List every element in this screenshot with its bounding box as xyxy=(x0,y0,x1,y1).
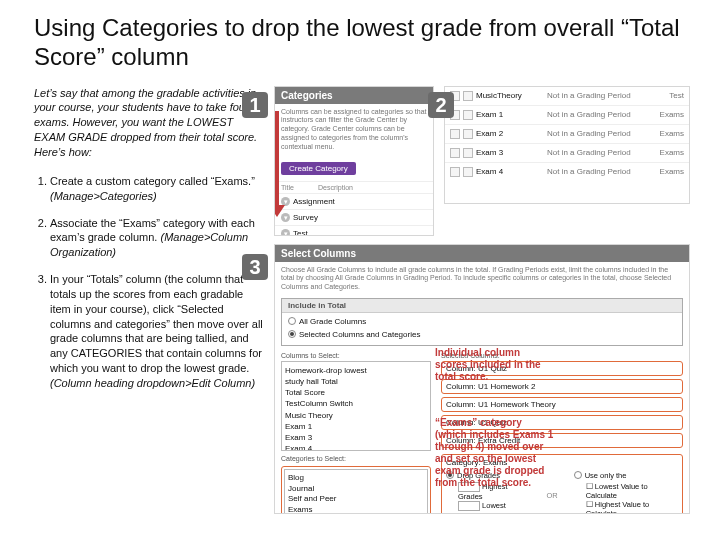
handle-icon[interactable] xyxy=(463,167,473,177)
step-badge-3: 3 xyxy=(242,254,268,280)
radio-selected-columns[interactable]: Selected Columns and Categories xyxy=(288,330,676,339)
slide-title: Using Categories to drop the lowest grad… xyxy=(34,14,692,72)
categories-to-select-label: Categories to Select: xyxy=(281,455,431,462)
fig1-blurb: Columns can be assigned to categories so… xyxy=(275,104,433,158)
fig3-header: Select Columns xyxy=(275,245,689,262)
annotation-exams-category: “Exams” category (which includes Exams 1… xyxy=(435,417,555,489)
fig1-header: Categories xyxy=(275,87,433,104)
handle-icon[interactable] xyxy=(463,129,473,139)
intro-text: Let’s say that among the gradable activi… xyxy=(34,86,264,160)
col-row: Exam 4Not in a Grading PeriodExams xyxy=(445,163,689,181)
arrow-down-icon xyxy=(274,111,284,221)
chevron-icon[interactable]: ▾ xyxy=(281,229,290,235)
category-row: ▾Test xyxy=(275,225,433,235)
col-row: Exam 3Not in a Grading PeriodExams xyxy=(445,144,689,163)
category-row: ▾Survey xyxy=(275,209,433,225)
step-badge-1: 1 xyxy=(242,92,268,118)
handle-icon[interactable] xyxy=(450,148,460,158)
category-row: ▾Assignment xyxy=(275,193,433,209)
lowest-grades-input[interactable] xyxy=(458,501,480,511)
step-2: Associate the “Exams” category with each… xyxy=(50,216,264,261)
col-row: Exam 1Not in a Grading PeriodExams xyxy=(445,106,689,125)
selected-column-item: Column: U1 Homework Theory xyxy=(441,397,683,412)
step-1: Create a custom category called “Exams.”… xyxy=(50,174,264,204)
include-label: Include in Total xyxy=(282,299,682,313)
handle-icon[interactable] xyxy=(450,167,460,177)
step-badge-2: 2 xyxy=(428,92,454,118)
radio-all-columns[interactable]: All Grade Columns xyxy=(288,317,676,326)
col-row: Exam 2Not in a Grading PeriodExams xyxy=(445,125,689,144)
include-panel: Include in Total All Grade Columns Selec… xyxy=(281,298,683,346)
steps-list: Create a custom category called “Exams.”… xyxy=(34,174,264,391)
handle-icon[interactable] xyxy=(463,91,473,101)
figure-select-columns: Select Columns Choose All Grade Columns … xyxy=(274,244,690,514)
create-category-button[interactable]: Create Category xyxy=(281,162,356,175)
categories-listbox[interactable]: Blog Journal Self and Peer Exams Homewor… xyxy=(284,469,428,514)
handle-icon[interactable] xyxy=(463,110,473,120)
radio-use-only[interactable]: Use only the xyxy=(574,471,678,480)
figures-area: Categories Columns can be assigned to ca… xyxy=(274,86,692,403)
fig3-blurb: Choose All Grade Columns to include all … xyxy=(275,262,689,298)
columns-listbox[interactable]: Homework-drop lowest study hall Total To… xyxy=(281,361,431,451)
handle-icon[interactable] xyxy=(450,129,460,139)
figure-categories: Categories Columns can be assigned to ca… xyxy=(274,86,434,236)
fig1-col-headers: Title Description xyxy=(275,181,433,193)
handle-icon[interactable] xyxy=(463,148,473,158)
columns-to-select-label: Columns to Select: xyxy=(281,352,431,359)
figure-column-organization: MusicTheoryNot in a Grading PeriodTest E… xyxy=(444,86,690,204)
categories-highlight: Blog Journal Self and Peer Exams Homewor… xyxy=(281,466,431,514)
col-row: MusicTheoryNot in a Grading PeriodTest xyxy=(445,87,689,106)
annotation-individual-scores: Individual column scores included in the… xyxy=(435,347,545,383)
step-3: In your “Totals” column (the column that… xyxy=(50,272,264,391)
left-column: Let’s say that among the gradable activi… xyxy=(34,86,264,403)
